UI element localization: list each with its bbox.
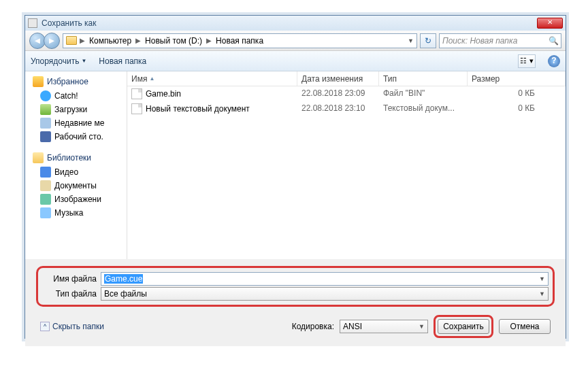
- refresh-button[interactable]: ↻: [420, 33, 436, 48]
- chevron-right-icon: ▶: [206, 37, 212, 44]
- documents-icon: [40, 180, 51, 191]
- chevron-right-icon: ▶: [135, 37, 141, 44]
- dialog-icon: [28, 18, 37, 28]
- file-row[interactable]: Game.bin 22.08.2018 23:09 Файл "BIN" 0 К…: [127, 86, 566, 101]
- sidebar-item-images[interactable]: Изображени: [25, 192, 127, 206]
- sidebar-favorites-header[interactable]: Избранное: [25, 74, 127, 89]
- column-size[interactable]: Размер: [468, 71, 566, 86]
- save-as-dialog: Сохранить как ✕ ◄ ► ▶ Компьютер ▶ Новый …: [24, 15, 566, 339]
- sidebar-item-recent[interactable]: Недавние ме: [25, 116, 127, 130]
- breadcrumb-folder[interactable]: Новая папка: [214, 36, 265, 46]
- sidebar-item-catch[interactable]: Catch!: [25, 89, 127, 103]
- filename-label: Имя файла: [42, 274, 97, 284]
- images-icon: [40, 194, 51, 205]
- encoding-select[interactable]: ANSI ▼: [340, 320, 428, 333]
- chevron-down-icon[interactable]: ▼: [539, 275, 545, 282]
- chevron-down-icon: ▼: [539, 290, 545, 297]
- toolbar: Упорядочить ▼ Новая папка ☷ ▾ ?: [25, 51, 566, 71]
- chevron-up-icon: ^: [40, 322, 50, 331]
- chevron-down-icon: ▼: [81, 58, 86, 64]
- column-name[interactable]: Имя▲: [127, 71, 297, 86]
- column-headers: Имя▲ Дата изменения Тип Размер: [127, 71, 566, 86]
- cancel-button[interactable]: Отмена: [499, 319, 551, 334]
- dialog-footer: Имя файла Game.cue ▼ Тип файла Все файлы…: [25, 259, 566, 346]
- save-button[interactable]: Сохранить: [438, 319, 489, 334]
- titlebar[interactable]: Сохранить как ✕: [25, 16, 566, 31]
- highlight-annotation: Имя файла Game.cue ▼ Тип файла Все файлы…: [36, 266, 555, 307]
- organize-button[interactable]: Упорядочить ▼: [31, 56, 86, 66]
- help-button[interactable]: ?: [548, 55, 560, 67]
- chevron-right-icon: ▶: [80, 37, 85, 44]
- sidebar-item-documents[interactable]: Документы: [25, 179, 127, 192]
- navigation-sidebar: Избранное Catch! Загрузки Недавние ме Ра…: [25, 71, 127, 259]
- column-type[interactable]: Тип: [379, 71, 468, 86]
- filetype-label: Тип файла: [42, 289, 97, 299]
- sidebar-item-music[interactable]: Музыка: [25, 206, 127, 220]
- navigation-bar: ◄ ► ▶ Компьютер ▶ Новый том (D:) ▶ Новая…: [25, 31, 566, 51]
- downloads-icon: [40, 104, 51, 115]
- highlight-annotation: Сохранить: [434, 315, 493, 338]
- desktop-icon: [40, 131, 51, 142]
- search-input[interactable]: Поиск: Новая папка 🔍: [439, 33, 561, 48]
- breadcrumb-volume[interactable]: Новый том (D:): [144, 36, 203, 46]
- folder-icon: [66, 36, 77, 45]
- filename-value: Game.cue: [104, 274, 143, 284]
- file-icon: [131, 88, 142, 99]
- library-icon: [33, 152, 44, 163]
- dialog-title: Сохранить как: [42, 18, 533, 28]
- chevron-down-icon: ▼: [419, 323, 425, 330]
- music-icon: [40, 207, 51, 218]
- nav-forward-button[interactable]: ►: [44, 33, 60, 49]
- sidebar-item-video[interactable]: Видео: [25, 165, 127, 179]
- new-folder-button[interactable]: Новая папка: [99, 56, 146, 66]
- catch-icon: [40, 90, 51, 101]
- sidebar-libraries-header[interactable]: Библиотеки: [25, 150, 127, 165]
- file-list-pane: Имя▲ Дата изменения Тип Размер Game.bin …: [127, 71, 566, 259]
- address-dropdown-icon[interactable]: ▼: [408, 37, 414, 44]
- close-button[interactable]: ✕: [537, 18, 563, 29]
- column-date[interactable]: Дата изменения: [297, 71, 379, 86]
- sidebar-item-downloads[interactable]: Загрузки: [25, 103, 127, 116]
- file-row[interactable]: Новый текстовый документ 22.08.2018 23:1…: [127, 101, 566, 116]
- search-placeholder: Поиск: Новая папка: [442, 36, 517, 46]
- filename-input[interactable]: Game.cue ▼: [101, 272, 549, 286]
- hide-folders-button[interactable]: ^ Скрыть папки: [40, 322, 104, 331]
- encoding-label: Кодировка:: [292, 322, 334, 331]
- view-options-button[interactable]: ☷ ▾: [518, 54, 536, 68]
- sidebar-item-desktop[interactable]: Рабочий сто.: [25, 130, 127, 144]
- sort-indicator-icon: ▲: [149, 75, 154, 82]
- star-icon: [33, 76, 44, 87]
- file-icon: [131, 103, 142, 114]
- recent-icon: [40, 118, 51, 129]
- search-icon: 🔍: [549, 36, 558, 46]
- video-icon: [40, 167, 51, 178]
- address-bar[interactable]: ▶ Компьютер ▶ Новый том (D:) ▶ Новая пап…: [63, 33, 417, 48]
- filetype-select[interactable]: Все файлы ▼: [101, 287, 549, 301]
- breadcrumb-computer[interactable]: Компьютер: [88, 36, 133, 46]
